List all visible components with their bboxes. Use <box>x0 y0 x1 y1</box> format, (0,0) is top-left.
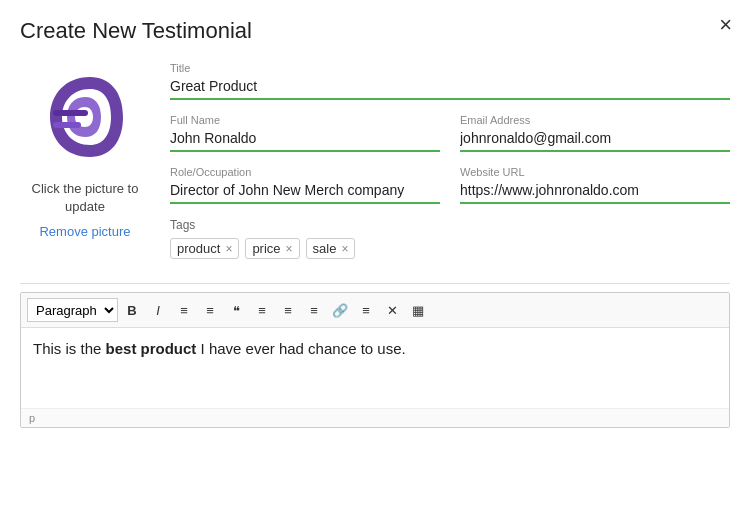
blockquote-button[interactable]: ❝ <box>224 298 248 322</box>
fullname-input[interactable] <box>170 128 440 152</box>
tag-text: sale <box>313 241 337 256</box>
bold-button[interactable]: B <box>120 298 144 322</box>
tags-label: Tags <box>170 218 730 232</box>
unordered-list-button[interactable]: ≡ <box>172 298 196 322</box>
tag-chip: price × <box>245 238 299 259</box>
role-label: Role/Occupation <box>170 166 440 178</box>
editor-text-plain: This is the <box>33 340 106 357</box>
align-center-button[interactable]: ≡ <box>276 298 300 322</box>
align-right-button[interactable]: ≡ <box>302 298 326 322</box>
role-input[interactable] <box>170 180 440 204</box>
left-panel: Click the picture to update Remove pictu… <box>20 62 150 273</box>
role-field-group: Role/Occupation <box>170 166 440 204</box>
website-input[interactable] <box>460 180 730 204</box>
content-area: Click the picture to update Remove pictu… <box>20 62 730 273</box>
align-left-button[interactable]: ≡ <box>250 298 274 322</box>
name-email-row: Full Name Email Address <box>170 114 730 166</box>
email-field-group: Email Address <box>460 114 730 152</box>
fullname-field-group: Full Name <box>170 114 440 152</box>
tag-chip: sale × <box>306 238 356 259</box>
editor-content[interactable]: This is the best product I have ever had… <box>21 328 729 408</box>
table-button[interactable]: ▦ <box>406 298 430 322</box>
role-website-row: Role/Occupation Website URL <box>170 166 730 218</box>
fullname-label: Full Name <box>170 114 440 126</box>
title-label: Title <box>170 62 730 74</box>
email-input[interactable] <box>460 128 730 152</box>
svg-rect-0 <box>53 110 88 116</box>
rich-text-editor: Paragraph Heading 1 Heading 2 Heading 3 … <box>20 292 730 428</box>
tag-chip: product × <box>170 238 239 259</box>
tags-container: product × price × sale × <box>170 238 730 259</box>
divider <box>20 283 730 284</box>
website-field-group: Website URL <box>460 166 730 204</box>
modal-title: Create New Testimonial <box>20 18 730 44</box>
title-field-group: Title <box>170 62 730 100</box>
editor-text-rest: I have ever had chance to use. <box>196 340 405 357</box>
logo-icon <box>35 67 135 167</box>
svg-rect-1 <box>53 122 81 128</box>
paragraph-select[interactable]: Paragraph Heading 1 Heading 2 Heading 3 <box>27 298 118 322</box>
create-testimonial-modal: Create New Testimonial × Click the pictu… <box>0 0 750 515</box>
remove-picture-link[interactable]: Remove picture <box>39 224 130 239</box>
clear-format-button[interactable]: ✕ <box>380 298 404 322</box>
editor-toolbar: Paragraph Heading 1 Heading 2 Heading 3 … <box>21 293 729 328</box>
editor-text-bold: best product <box>106 340 197 357</box>
editor-footer: p <box>21 408 729 427</box>
italic-button[interactable]: I <box>146 298 170 322</box>
avatar-upload[interactable] <box>30 62 140 172</box>
close-button[interactable]: × <box>719 14 732 36</box>
tag-text: price <box>252 241 280 256</box>
tag-remove-product[interactable]: × <box>225 243 232 255</box>
tags-section: Tags product × price × sale × <box>170 218 730 259</box>
title-input[interactable] <box>170 76 730 100</box>
tag-remove-price[interactable]: × <box>286 243 293 255</box>
website-label: Website URL <box>460 166 730 178</box>
tag-text: product <box>177 241 220 256</box>
tag-remove-sale[interactable]: × <box>341 243 348 255</box>
ordered-list-button[interactable]: ≡ <box>198 298 222 322</box>
link-button[interactable]: 🔗 <box>328 298 352 322</box>
right-panel: Title Full Name Email Address Role/Occup… <box>170 62 730 273</box>
avatar-hint: Click the picture to update <box>20 180 150 216</box>
hr-button[interactable]: ≡ <box>354 298 378 322</box>
email-label: Email Address <box>460 114 730 126</box>
